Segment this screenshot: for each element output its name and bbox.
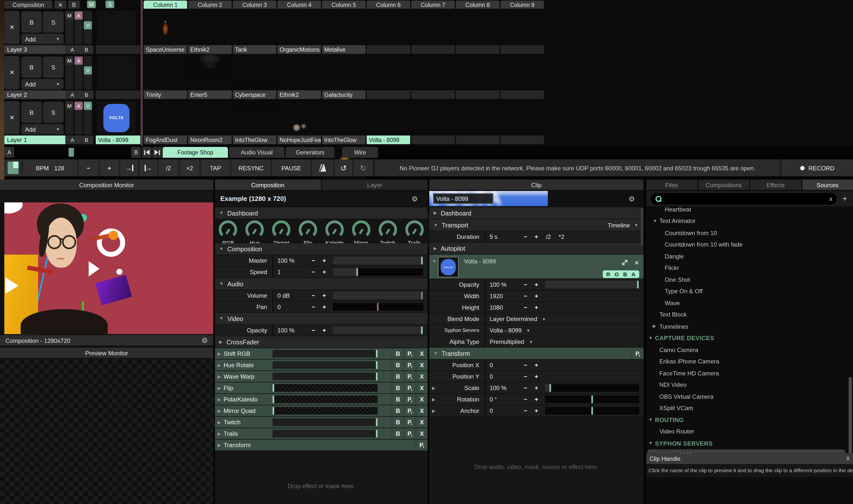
effect-row-flip[interactable]: ▶FlipBP,X xyxy=(215,383,428,394)
crossfader-a-button[interactable]: A xyxy=(4,147,14,158)
param-decrement-button[interactable]: − xyxy=(308,327,319,334)
effect-slider[interactable] xyxy=(273,430,378,437)
source-item-capture-devices[interactable]: ▼CAPTURE DEVICES xyxy=(646,332,853,344)
metronome-button[interactable] xyxy=(312,159,334,176)
param-value[interactable]: 0 ° xyxy=(485,396,520,402)
source-item-routing[interactable]: ▼ROUTING xyxy=(646,414,853,426)
param-value[interactable]: 0 dB xyxy=(273,292,308,299)
layer-active-clip-name[interactable]: Volta - 8099 xyxy=(96,136,141,144)
param-extra-button[interactable]: *2 xyxy=(555,233,568,240)
layer-name[interactable]: Layer 2 xyxy=(4,90,66,99)
effect-slider[interactable] xyxy=(273,361,378,369)
expand-icon[interactable] xyxy=(622,258,628,268)
param-slider-handle[interactable] xyxy=(550,384,551,392)
clip-cell-name[interactable]: Trinity xyxy=(144,90,187,99)
bpm-minus-button[interactable]: − xyxy=(78,159,98,176)
source-item-video-router[interactable]: Video Router xyxy=(646,426,853,437)
effect-params-button[interactable]: P, xyxy=(404,406,416,416)
effect-row-trails[interactable]: ▶TrailsBP,X xyxy=(215,428,428,439)
effect-bypass-button[interactable]: B xyxy=(392,360,404,371)
effect-row-polarkaleido[interactable]: ▶PolarKaleidoBP,X xyxy=(215,394,428,405)
clip-source-row[interactable]: ▼VOLTAVolta - 8099✕RGBA xyxy=(429,255,643,278)
param-slider-handle[interactable] xyxy=(637,281,639,288)
param-increment-button[interactable]: + xyxy=(531,293,542,299)
layer-video-button[interactable]: V xyxy=(84,66,92,74)
clip-cell-name[interactable]: IntoTheGlow xyxy=(322,136,365,144)
param-decrement-button[interactable]: − xyxy=(520,233,531,240)
param-slider-handle[interactable] xyxy=(591,407,593,415)
composition-gear-icon[interactable]: ⚙ xyxy=(411,194,418,203)
param-value[interactable]: 5 s xyxy=(485,233,520,240)
knob-trails[interactable]: Trails xyxy=(401,220,428,242)
clip-cell-name[interactable]: NeonRoom2 xyxy=(188,136,232,144)
clip-cell-name[interactable]: Ethnik2 xyxy=(188,45,232,54)
tree-arrow-icon[interactable]: ▼ xyxy=(649,336,653,341)
source-item-type-on-off[interactable]: Type On & Off xyxy=(646,285,853,297)
layer-crossfade-assign[interactable]: AB xyxy=(65,90,94,99)
effect-remove-button[interactable]: X xyxy=(416,383,428,394)
effect-remove-button[interactable]: X xyxy=(416,371,428,382)
layer-active-clip-thumb[interactable] xyxy=(97,56,136,89)
param-increment-button[interactable]: + xyxy=(319,269,330,275)
effect-row-twitch[interactable]: ▶TwitchBP,X xyxy=(215,417,428,428)
add-source-button[interactable]: + xyxy=(837,194,853,203)
param-increment-button[interactable]: + xyxy=(319,327,330,334)
tap-button[interactable]: TAP xyxy=(201,159,230,176)
param-value[interactable]: 1920 xyxy=(485,293,520,299)
clip-cell-name[interactable]: Tank xyxy=(233,45,276,54)
clip-section-dashboard[interactable]: ▶Dashboard xyxy=(429,207,643,219)
param-increment-button[interactable]: + xyxy=(531,281,542,288)
layer-crossfade-assign[interactable]: AB xyxy=(65,45,94,54)
crossfader-handle[interactable] xyxy=(69,148,74,157)
tree-arrow-icon[interactable]: ▼ xyxy=(653,218,657,223)
composition-bypass-button[interactable]: B xyxy=(68,0,80,9)
knob-distort[interactable]: Distort xyxy=(268,220,295,242)
param-slider-handle[interactable] xyxy=(591,396,593,403)
clip-cell-name[interactable]: Volta - 8099 xyxy=(367,136,410,144)
transform-params-button[interactable]: P, xyxy=(416,440,428,451)
param-slider-handle[interactable] xyxy=(421,292,423,300)
param-increment-button[interactable]: + xyxy=(531,396,542,402)
param-slider[interactable] xyxy=(545,281,639,288)
layer-solo-button[interactable]: S xyxy=(43,12,63,33)
clip-gear-icon[interactable]: ⚙ xyxy=(629,195,635,203)
search-input[interactable]: x xyxy=(651,193,837,204)
clip-cell-name[interactable] xyxy=(501,90,544,99)
clip-handle-close-icon[interactable]: X xyxy=(846,455,850,461)
knob-mirror[interactable]: Mirror xyxy=(348,220,374,242)
effect-slider[interactable] xyxy=(273,350,378,358)
source-item-erikas-iphone-camera[interactable]: Erikas iPhone Camera xyxy=(646,356,853,367)
layer-audio-button[interactable]: A xyxy=(74,57,83,65)
knob-dial-icon[interactable] xyxy=(219,220,238,239)
clip-cell-name[interactable] xyxy=(456,45,499,54)
effect-params-button[interactable]: P, xyxy=(404,394,416,405)
layer-close-button[interactable]: ✕ xyxy=(4,11,20,44)
param-decrement-button[interactable]: − xyxy=(520,293,531,299)
param-value[interactable]: 0 xyxy=(273,304,308,310)
source-item-text-block[interactable]: Text Block xyxy=(646,309,853,321)
effect-remove-button[interactable]: X xyxy=(416,406,428,416)
effect-bypass-button[interactable]: B xyxy=(392,371,404,382)
clip-cell-name[interactable] xyxy=(411,45,455,54)
layer-blend-dropdown[interactable]: Add▼ xyxy=(21,79,63,89)
param-value[interactable]: 1 xyxy=(273,269,308,275)
param-decrement-button[interactable]: − xyxy=(520,384,531,391)
column-header-3[interactable]: Column 3 xyxy=(233,0,276,9)
tree-arrow-icon[interactable]: ▼ xyxy=(649,441,653,446)
effect-params-button[interactable]: P, xyxy=(404,417,416,428)
layer-mute-button[interactable]: M xyxy=(65,102,73,110)
param-decrement-button[interactable]: − xyxy=(520,373,531,380)
column-header-1[interactable]: Column 1 xyxy=(144,0,187,9)
clip-cell-name[interactable]: Galactucity xyxy=(322,90,365,99)
param-value[interactable]: 100 % xyxy=(273,327,308,334)
layer-name[interactable]: Layer 1 xyxy=(4,136,66,144)
effect-slider[interactable] xyxy=(273,373,378,380)
composition-master-button[interactable]: M xyxy=(87,0,96,8)
param-decrement-button[interactable]: − xyxy=(520,281,531,288)
param-increment-button[interactable]: + xyxy=(319,257,330,264)
clip-cell-name[interactable]: Ethnik2 xyxy=(277,90,321,99)
effect-bypass-button[interactable]: B xyxy=(392,394,404,405)
source-item-dangle[interactable]: Dangle xyxy=(646,250,853,262)
clip-cell-name[interactable]: Enter5 xyxy=(188,90,232,99)
source-close-icon[interactable]: ✕ xyxy=(634,259,639,266)
